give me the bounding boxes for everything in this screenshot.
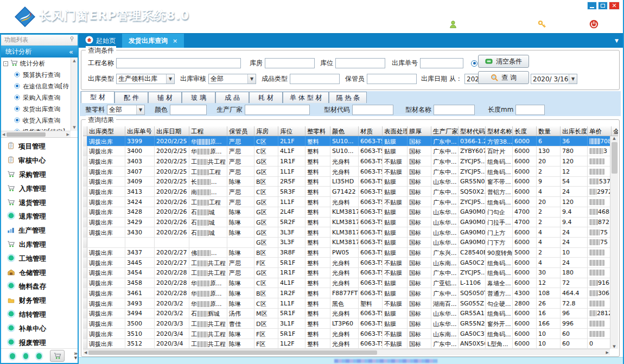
whole-part-select[interactable]: 全部▼ bbox=[107, 105, 145, 115]
column-header-颜色[interactable]: 颜色 bbox=[330, 126, 359, 136]
sidebar-item-补单中心[interactable]: 补单中心 bbox=[1, 322, 78, 336]
sidebar-item-生产管理[interactable]: 生产管理 bbox=[1, 224, 78, 238]
collapse-icon[interactable]: « bbox=[69, 48, 73, 56]
sidebar-group-header[interactable]: 统计分析 « bbox=[1, 46, 78, 58]
minimize-button[interactable] bbox=[587, 2, 597, 10]
material-tab-型材[interactable]: 型 材 bbox=[81, 91, 114, 103]
column-header-型材名称[interactable]: 型材名称 bbox=[486, 126, 513, 136]
column-header-出库长度[interactable]: 出库长度 bbox=[561, 126, 588, 136]
tree-item-预算执行查询[interactable]: 预算执行查询 bbox=[1, 69, 78, 81]
table-row[interactable]: 调拨出库34582020/2/28华原...陈琳C区4L1F整料光身料6063-… bbox=[83, 278, 610, 289]
dot-icon[interactable] bbox=[10, 353, 15, 359]
table-row[interactable]: 调拨出库34302020/2/26石城陈琳G区3L3F整料KLM38176063… bbox=[83, 227, 610, 238]
material-tab-隔热条[interactable]: 隔 热 条 bbox=[329, 92, 367, 103]
project-name-input[interactable] bbox=[116, 58, 241, 68]
material-tab-辅材[interactable]: 辅 材 bbox=[148, 92, 182, 103]
column-header-型材代码[interactable]: 型材代码 bbox=[459, 126, 486, 136]
sidebar-item-出库管理[interactable]: 出库管理 bbox=[1, 238, 78, 252]
sidebar-item-结转管理[interactable]: 结转管理 bbox=[1, 308, 78, 322]
table-row[interactable]: 调拨出库35102020/3/4工共工程陈琳F区5R1F整料光身料6063-T5… bbox=[83, 329, 610, 339]
tree-root[interactable]: - 统计分析 bbox=[1, 58, 78, 69]
length-input[interactable] bbox=[515, 105, 545, 115]
sidebar-item-采购管理[interactable]: 采购管理 bbox=[1, 168, 78, 182]
sidebar-item-退库管理[interactable]: 退库管理 bbox=[1, 210, 78, 224]
material-tab-玻璃[interactable]: 玻 璃 bbox=[182, 92, 215, 103]
column-header-表面处理[interactable]: 表面处理 bbox=[383, 126, 407, 136]
tree-item-在途信息查询[待[interactable]: 在途信息查询[待 bbox=[1, 81, 78, 92]
tree-expander-icon[interactable]: - bbox=[3, 61, 8, 66]
order-no-input[interactable] bbox=[420, 58, 463, 68]
tree-item-采购入库查询[interactable]: 采购入库查询 bbox=[1, 92, 78, 104]
material-tab-耗材[interactable]: 耗 材 bbox=[249, 92, 283, 103]
table-row[interactable]: 调拨出库34132020/2/26南...严思C区5R3F整料G71422606… bbox=[83, 187, 610, 197]
warehouse-input[interactable] bbox=[265, 58, 315, 68]
sidebar-item-报废管理[interactable]: 报废管理 bbox=[1, 336, 78, 348]
column-header-膜厚[interactable]: 膜厚 bbox=[407, 126, 431, 136]
search-button[interactable]: 查 询 bbox=[478, 71, 529, 84]
column-header-单价[interactable]: 单价 bbox=[588, 126, 612, 136]
change-password-link[interactable]: 修改密码 bbox=[550, 20, 576, 29]
column-header-材质[interactable]: 材质 bbox=[359, 126, 383, 136]
material-tab-单体型材[interactable]: 单 体 型 材 bbox=[283, 92, 329, 103]
dot-icon[interactable] bbox=[36, 353, 42, 359]
column-header-出库日期[interactable]: 出库日期 bbox=[155, 126, 189, 136]
scroll-thumb[interactable] bbox=[88, 350, 377, 355]
column-header-出库类型[interactable]: 出库类型 bbox=[87, 126, 125, 136]
table-row[interactable]: 调拨出库34242020/2/26工工程严思G区1L1F整料光身料6063-T5… bbox=[83, 197, 610, 207]
table-row[interactable]: 调拨出库34942020/3/2石辉城汤伟M区5R1F整料光身料6063-T5贴… bbox=[83, 309, 610, 319]
column-header-工程[interactable]: 工程 bbox=[189, 126, 227, 136]
tab-overflow-icon[interactable]: ▼ bbox=[615, 38, 623, 43]
clear-conditions-button[interactable]: 清空条件 bbox=[478, 55, 529, 68]
column-header-数量[interactable]: 数量 bbox=[537, 126, 561, 136]
scroll-thumb[interactable] bbox=[612, 142, 617, 174]
close-button[interactable]: ✕ bbox=[609, 2, 620, 10]
table-row[interactable]: 调拨出库34372020/2/27佛...陈琳B区3R8F整料PW056063-… bbox=[83, 248, 610, 258]
table-row[interactable]: 调拨出库35122020/3/4工共工程陈琳F区1L2F整料光身料6063-T5… bbox=[83, 339, 610, 349]
column-header-长度[interactable]: 长度 bbox=[513, 126, 537, 136]
table-row[interactable]: 调拨出库33992020/2/25华原...严思C区2L1F整料SU10...6… bbox=[83, 136, 610, 146]
maker-input[interactable] bbox=[245, 105, 310, 115]
table-row[interactable]: 调拨出库34282020/2/26石城陈琳G区2L4F整料KLM38176063… bbox=[83, 207, 610, 218]
table-row[interactable]: 调拨出库34542020/2/28工共工程严思G区1R1F整料光身料6063-T… bbox=[83, 268, 610, 278]
sidebar-item-退货管理[interactable]: 退货管理 bbox=[1, 196, 78, 210]
material-tab-成品[interactable]: 成 品 bbox=[215, 92, 249, 103]
column-header-出库单号[interactable]: 出库单号 bbox=[125, 126, 155, 136]
column-header-库位[interactable]: 库位 bbox=[278, 126, 305, 136]
table-row[interactable]: 调拨出库34002020/2/25华原...严思C区4L1F整料SU10...6… bbox=[83, 146, 610, 157]
pin-icon[interactable] bbox=[69, 36, 74, 43]
cart-button[interactable] bbox=[50, 350, 65, 362]
scroll-thumb[interactable] bbox=[7, 132, 46, 137]
column-header-保管员[interactable]: 保管员 bbox=[227, 126, 254, 136]
product-type-input[interactable] bbox=[290, 74, 340, 84]
audit-select[interactable]: 全部▼ bbox=[208, 74, 256, 84]
table-row[interactable]: 调拨出库34932020/3/2华原...陈琳C区1L1F整料黑色塑料不贴膜国标… bbox=[83, 298, 610, 309]
table-row[interactable]: G区3L3F整料KLM38176063-T5贴膜国标山东华...GA90M09.… bbox=[83, 238, 610, 248]
vertical-scrollbar[interactable]: ▲▼ bbox=[610, 136, 618, 349]
table-row[interactable]: 调拨出库34452020/2/27工共工程严思F区5R1F整料光身料6063-T… bbox=[83, 258, 610, 268]
date-to-picker[interactable]: 2020/ 3/16▼ bbox=[531, 74, 577, 84]
maximize-button[interactable] bbox=[598, 2, 608, 10]
table-row[interactable]: 调拨出库34032020/2/25工共工程严思G区1R1F整料光身料6063-T… bbox=[83, 156, 610, 167]
profile-code-input[interactable] bbox=[352, 105, 393, 115]
location-input[interactable] bbox=[335, 58, 385, 68]
table-row[interactable]: 调拨出库35002020/3/3工共工程曹佳D区3L1F整料LT3P606063… bbox=[83, 318, 610, 329]
column-header-金额[interactable]: 金额 bbox=[612, 126, 618, 136]
tab-发货出库查询[interactable]: 发货出库查询 × bbox=[122, 34, 184, 48]
table-row[interactable]: 调拨出库34612020/2/28华原...陈琳B区1R2F整料F8877FT6… bbox=[83, 288, 610, 298]
keeper-input[interactable] bbox=[367, 74, 417, 84]
tree-item-收货入库查询[interactable]: 收货入库查询 bbox=[1, 115, 78, 126]
tree-horizontal-scrollbar[interactable]: ◀▶ bbox=[1, 131, 71, 137]
horizontal-scrollbar[interactable]: ◀▶ bbox=[83, 349, 610, 355]
column-header-整零料[interactable]: 整零料 bbox=[305, 126, 330, 136]
column-header-库房[interactable]: 库房 bbox=[254, 126, 278, 136]
color-input[interactable] bbox=[170, 105, 207, 115]
sidebar-item-物料盘存[interactable]: 物料盘存 bbox=[1, 280, 78, 294]
profile-name-input[interactable] bbox=[434, 105, 475, 115]
sidebar-item-仓储管理[interactable]: 仓储管理 bbox=[1, 266, 78, 280]
material-tab-配件[interactable]: 配 件 bbox=[114, 92, 148, 103]
out-type-select[interactable]: 生产领料出库▼ bbox=[116, 74, 175, 84]
sidebar-item-工地管理[interactable]: 工地管理 bbox=[1, 252, 78, 266]
tree-item-发货出库查询[interactable]: 发货出库查询 bbox=[1, 104, 78, 115]
table-row[interactable]: 调拨出库34092020/2/25长...陈琳B区2R5F整料LI35HD606… bbox=[83, 177, 610, 187]
sidebar-item-财务管理[interactable]: 财务管理 bbox=[1, 294, 78, 308]
